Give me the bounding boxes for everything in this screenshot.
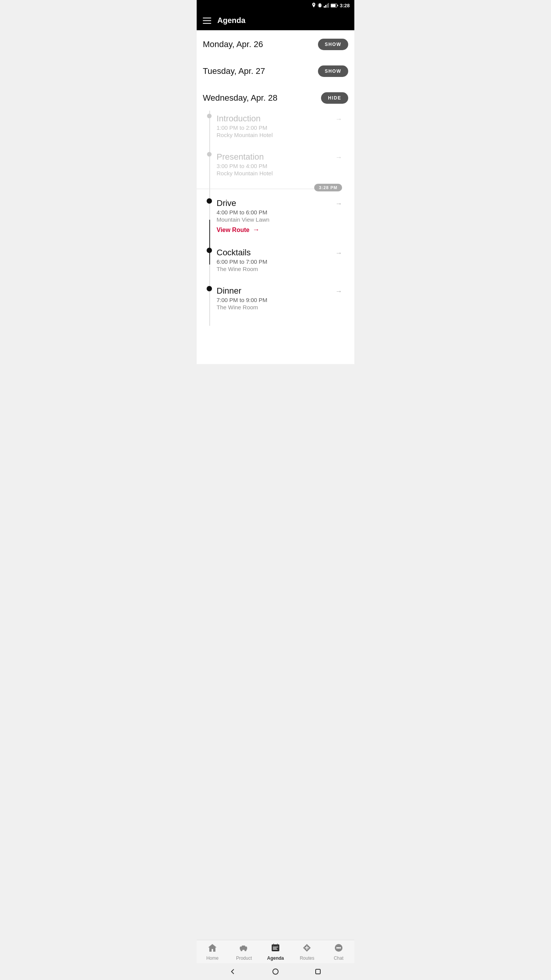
svg-rect-6 — [328, 3, 329, 8]
event-arrow-dinner: → — [335, 286, 342, 296]
nav-label-chat: Chat — [334, 956, 343, 961]
wednesday-timeline: Introduction 1:00 PM to 2:00 PM Rocky Mo… — [197, 111, 354, 326]
event-title-introduction: Introduction — [217, 114, 335, 124]
nav-label-product: Product — [236, 956, 252, 961]
hide-wednesday-button[interactable]: HIDE — [321, 92, 348, 104]
event-content-cocktails: Cocktails 6:00 PM to 7:00 PM The Wine Ro… — [217, 248, 335, 272]
event-dot-drive — [207, 198, 212, 204]
date-row-tuesday: Tuesday, Apr. 27 SHOW — [197, 57, 354, 84]
event-content-drive: Drive 4:00 PM to 6:00 PM Mountain View L… — [217, 198, 335, 234]
view-route-label[interactable]: View Route — [217, 227, 249, 234]
svg-rect-9 — [331, 4, 336, 7]
date-label-wednesday: Wednesday, Apr. 28 — [203, 93, 277, 103]
timeline-line-active — [209, 220, 210, 265]
svg-rect-5 — [327, 4, 328, 8]
event-location-presentation: Rocky Mountain Hotel — [217, 170, 335, 176]
event-location-introduction: Rocky Mountain Hotel — [217, 132, 335, 138]
back-button[interactable] — [230, 968, 236, 975]
show-tuesday-button[interactable]: SHOW — [318, 65, 348, 77]
home-icon — [207, 943, 217, 954]
event-location-cocktails: The Wine Room — [217, 266, 335, 272]
event-arrow-cocktails: → — [335, 248, 342, 257]
main-content: Monday, Apr. 26 SHOW Tuesday, Apr. 27 SH… — [197, 30, 354, 364]
location-icon — [311, 3, 316, 8]
svg-rect-15 — [273, 944, 274, 946]
event-title-cocktails: Cocktails — [217, 248, 335, 258]
svg-point-24 — [336, 947, 338, 949]
event-title-presentation: Presentation — [217, 152, 335, 162]
bottom-spacer — [197, 326, 354, 364]
battery-icon — [331, 3, 338, 8]
svg-rect-2 — [321, 4, 322, 7]
svg-rect-16 — [277, 944, 278, 946]
nav-label-home: Home — [206, 956, 218, 961]
event-location-drive: Mountain View Lawn — [217, 216, 335, 223]
event-time-dinner: 7:00 PM to 9:00 PM — [217, 297, 335, 303]
event-item-cocktails[interactable]: Cocktails 6:00 PM to 7:00 PM The Wine Ro… — [197, 245, 348, 283]
svg-rect-18 — [273, 948, 277, 949]
view-route-row[interactable]: View Route → — [217, 226, 335, 234]
event-content-introduction: Introduction 1:00 PM to 2:00 PM Rocky Mo… — [217, 114, 335, 138]
event-location-dinner: The Wine Room — [217, 304, 335, 310]
event-content-dinner: Dinner 7:00 PM to 9:00 PM The Wine Room — [217, 286, 335, 310]
date-label-monday: Monday, Apr. 26 — [203, 39, 263, 49]
event-item-presentation[interactable]: Presentation 3:00 PM to 4:00 PM Rocky Mo… — [197, 149, 348, 187]
event-item-introduction[interactable]: Introduction 1:00 PM to 2:00 PM Rocky Mo… — [197, 111, 348, 149]
event-title-dinner: Dinner — [217, 286, 335, 296]
svg-point-25 — [338, 947, 339, 949]
svg-point-11 — [240, 949, 242, 951]
nav-label-agenda: Agenda — [267, 956, 284, 961]
svg-rect-17 — [273, 947, 278, 947]
current-time-badge: 3:28 PM — [314, 184, 342, 191]
nav-item-chat[interactable]: Chat — [323, 943, 354, 961]
event-dot-dinner — [207, 286, 212, 291]
svg-rect-19 — [273, 949, 277, 950]
event-time-presentation: 3:00 PM to 4:00 PM — [217, 163, 335, 169]
svg-point-12 — [244, 949, 246, 951]
event-arrow-presentation: → — [335, 152, 342, 162]
view-route-arrow-icon[interactable]: → — [253, 226, 259, 234]
svg-rect-0 — [319, 3, 321, 7]
system-navigation — [197, 963, 354, 980]
event-content-presentation: Presentation 3:00 PM to 4:00 PM Rocky Mo… — [217, 152, 335, 176]
status-icons: 3:28 — [311, 3, 350, 8]
svg-point-27 — [273, 969, 278, 974]
event-arrow-introduction: → — [335, 114, 342, 123]
svg-rect-28 — [316, 969, 320, 974]
svg-rect-1 — [318, 4, 318, 7]
status-time: 3:28 — [340, 3, 350, 8]
event-time-introduction: 1:00 PM to 2:00 PM — [217, 124, 335, 131]
event-dot-introduction — [207, 114, 212, 118]
nav-label-routes: Routes — [300, 956, 314, 961]
event-arrow-drive: → — [335, 198, 342, 208]
nav-item-product[interactable]: Product — [228, 943, 259, 961]
nav-item-agenda[interactable]: Agenda — [260, 943, 291, 961]
recents-button[interactable] — [315, 968, 321, 975]
event-item-drive[interactable]: Drive 4:00 PM to 6:00 PM Mountain View L… — [197, 195, 348, 245]
svg-point-26 — [339, 947, 341, 949]
status-bar: 3:28 — [197, 0, 354, 11]
event-time-cocktails: 6:00 PM to 7:00 PM — [217, 258, 335, 265]
chat-icon — [334, 943, 344, 954]
show-monday-button[interactable]: SHOW — [318, 39, 348, 50]
event-title-drive: Drive — [217, 198, 335, 208]
agenda-icon — [271, 943, 280, 954]
event-dot-presentation — [207, 152, 212, 157]
event-time-drive: 4:00 PM to 6:00 PM — [217, 209, 335, 216]
current-time-divider: 3:28 PM — [197, 189, 342, 189]
vibrate-icon — [318, 3, 322, 8]
routes-icon — [302, 943, 312, 954]
menu-button[interactable] — [203, 18, 211, 24]
event-item-dinner[interactable]: Dinner 7:00 PM to 9:00 PM The Wine Room … — [197, 283, 348, 326]
signal-icon — [324, 3, 329, 8]
app-header: Agenda — [197, 11, 354, 30]
svg-rect-3 — [324, 6, 325, 8]
nav-item-home[interactable]: Home — [197, 943, 228, 961]
date-label-tuesday: Tuesday, Apr. 27 — [203, 66, 265, 76]
page-title: Agenda — [217, 16, 245, 25]
svg-rect-13 — [242, 946, 245, 947]
product-icon — [239, 943, 249, 954]
home-button[interactable] — [272, 968, 279, 975]
date-row-monday: Monday, Apr. 26 SHOW — [197, 30, 354, 57]
nav-item-routes[interactable]: Routes — [291, 943, 323, 961]
